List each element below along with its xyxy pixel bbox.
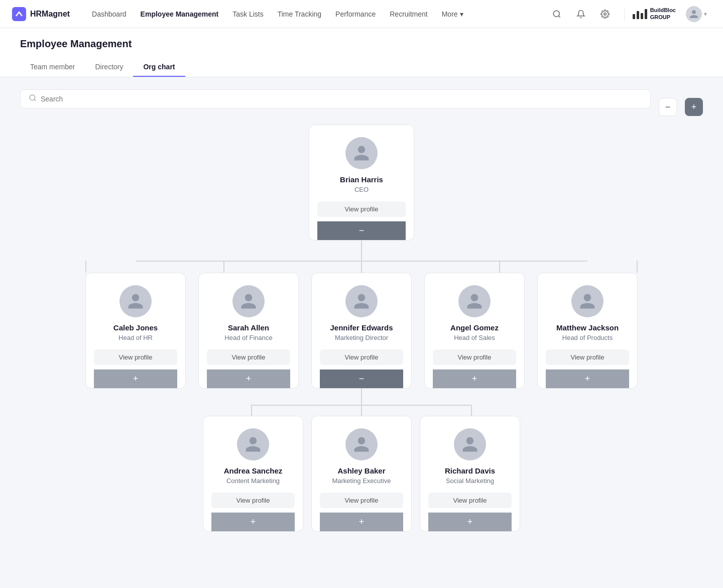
ceo-toggle-button[interactable]: − [317,221,406,240]
branch-line-4 [637,261,638,273]
tab-team-member[interactable]: Team member [20,58,85,77]
connector-ceo-down [361,241,362,261]
ashley-baker-name: Ashley Baker [337,466,385,475]
zoom-out-button[interactable]: − [659,98,677,116]
richard-davis-name: Richard Davis [445,466,495,475]
notifications-button[interactable] [572,5,590,23]
svg-point-0 [553,11,559,17]
matthew-jackson-view-profile-button[interactable]: View profile [546,349,629,365]
nav-dashboard[interactable]: Dashboard [86,7,133,21]
richard-davis-toggle-button[interactable]: + [428,512,512,531]
ceo-avatar [345,137,378,169]
angel-gomez-toggle-button[interactable]: + [433,369,516,388]
sarah-allen-view-profile-button[interactable]: View profile [207,349,290,365]
level3-branches-row [251,406,472,416]
svg-point-3 [30,95,35,100]
matthew-jackson-toggle-button[interactable]: + [546,369,629,388]
app-logo[interactable]: HRMagnet [12,7,70,21]
user-avatar-icon [686,6,702,22]
jennifer-edwards-view-profile-button[interactable]: View profile [320,349,403,365]
ceo-view-profile-button[interactable]: View profile [317,201,406,217]
tab-org-chart[interactable]: Org chart [133,58,185,77]
nav-performance[interactable]: Performance [329,7,382,21]
jennifer-edwards-name: Jennifer Edwards [330,323,393,332]
jennifer-edwards-avatar [345,285,378,317]
sarah-allen-avatar [232,285,265,317]
page-tabs: Team member Directory Org chart [20,58,703,77]
card-sarah-allen: Sarah Allen Head of Finance View profile… [198,273,299,389]
level3-cards: Andrea Sanchez Content Marketing View pr… [197,416,526,532]
search-icon [29,94,37,104]
svg-line-4 [34,99,36,101]
search-input[interactable] [41,95,642,103]
andrea-sanchez-avatar [237,428,269,460]
level2-cards: Caleb Jones Head of HR View profile + Sa… [85,273,638,389]
card-ashley-baker: Ashley Baker Marketing Executive View pr… [311,416,412,532]
branch-line-0 [85,261,86,273]
jennifer-connector-line [361,389,362,405]
h-connector-line [136,261,587,262]
caleb-jones-name: Caleb Jones [113,323,158,332]
jennifer-edwards-toggle-button[interactable]: − [320,369,403,388]
ashley-baker-toggle-button[interactable]: + [320,512,403,531]
richard-davis-avatar [454,428,486,460]
l3-b0-line [251,406,252,416]
branch-3 [499,261,500,273]
search-bar [20,89,651,108]
nav-time-tracking[interactable]: Time Tracking [272,7,327,21]
brand-logo: BuildBlocGROUP [624,7,676,20]
ceo-name: Brian Harris [340,175,383,184]
nav-links: Dashboard Employee Management Task Lists… [86,7,548,21]
search-button[interactable] [548,5,566,23]
search-actions: − + [655,98,703,116]
sarah-allen-name: Sarah Allen [228,323,269,332]
level3-h-line [251,405,472,406]
caleb-jones-view-profile-button[interactable]: View profile [94,349,177,365]
user-menu[interactable]: ▾ [682,4,711,24]
logo-icon [12,7,26,21]
level3-branch-2 [471,406,472,416]
richard-davis-view-profile-button[interactable]: View profile [428,493,512,508]
level2-to-level3-connectors [85,389,638,416]
card-andrea-sanchez: Andrea Sanchez Content Marketing View pr… [203,416,303,532]
content: − + Brian Harris CEO View profile − [0,77,723,544]
andrea-sanchez-toggle-button[interactable]: + [211,512,295,531]
andrea-sanchez-role: Content Marketing [226,477,280,485]
sarah-allen-toggle-button[interactable]: + [207,369,290,388]
tab-directory[interactable]: Directory [85,58,133,77]
nav-task-lists[interactable]: Task Lists [226,7,269,21]
nav-employee-management[interactable]: Employee Management [135,7,225,21]
level2-branches [85,261,638,273]
caleb-jones-role: Head of HR [118,334,153,341]
caleb-jones-avatar [119,285,152,317]
logo-text: HRMagnet [30,10,70,19]
branch-4 [637,261,638,273]
nav-recruitment[interactable]: Recruitment [384,7,433,21]
page-title: Employee Management [20,38,703,50]
angel-gomez-view-profile-button[interactable]: View profile [433,349,516,365]
nav-more[interactable]: More ▾ [436,7,469,21]
brand-name: BuildBlocGROUP [650,7,676,20]
l3-b1-line [361,406,362,416]
matthew-jackson-avatar [571,285,604,317]
angel-gomez-name: Angel Gomez [450,323,499,332]
brand-bars-icon [633,9,647,19]
page-header: Employee Management Team member Director… [0,28,723,77]
zoom-in-button[interactable]: + [685,98,703,116]
andrea-sanchez-name: Andrea Sanchez [224,466,283,475]
ceo-card: Brian Harris CEO View profile − [309,125,414,241]
settings-button[interactable] [596,5,614,23]
ceo-role: CEO [354,186,369,193]
level3-branch-0 [251,406,252,416]
branch-line-3 [499,261,500,273]
ashley-baker-view-profile-button[interactable]: View profile [320,493,403,508]
l3-b2-line [471,406,472,416]
svg-line-1 [558,16,560,17]
angel-gomez-avatar [458,285,491,317]
andrea-sanchez-view-profile-button[interactable]: View profile [211,493,295,508]
card-angel-gomez: Angel Gomez Head of Sales View profile + [424,273,525,389]
card-jennifer-edwards: Jennifer Edwards Marketing Director View… [311,273,412,389]
card-caleb-jones: Caleb Jones Head of HR View profile + [85,273,186,389]
navbar: HRMagnet Dashboard Employee Management T… [0,0,723,28]
caleb-jones-toggle-button[interactable]: + [94,369,177,388]
